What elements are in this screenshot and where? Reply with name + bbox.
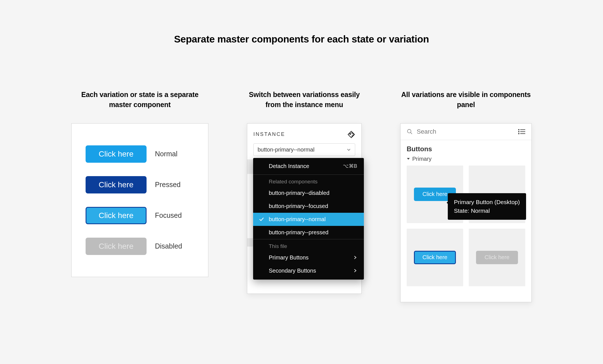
states-panel: Click here Normal Click here Pressed Cli…: [71, 123, 208, 277]
menu-item-label: button-primary--normal: [269, 216, 326, 223]
button-disabled: Click here: [86, 238, 147, 255]
menu-item-folder[interactable]: Primary Buttons: [253, 251, 364, 264]
state-label: Focused: [155, 211, 182, 219]
components-grid: Click here Click here Click here: [401, 166, 531, 286]
page-title: Separate master components for each stat…: [0, 34, 603, 45]
state-row-disabled: Click here Disabled: [86, 238, 194, 255]
list-view-icon[interactable]: [518, 129, 525, 134]
menu-item-component[interactable]: button-primary--disabled: [253, 186, 364, 200]
menu-item-label: button-primary--pressed: [269, 229, 328, 236]
column-subtitle: All variations are visible in components…: [400, 89, 532, 110]
tooltip-line: Primary Button (Desktop): [454, 198, 520, 207]
svg-point-0: [408, 129, 411, 133]
chevron-right-icon: [353, 256, 357, 259]
menu-item-label: Secondary Buttons: [269, 268, 316, 274]
state-row-pressed: Click here Pressed: [86, 176, 194, 193]
component-cell[interactable]: Click here: [469, 229, 525, 286]
menu-item-label: Primary Buttons: [269, 254, 308, 261]
chevron-down-icon: [347, 147, 351, 152]
components-section-title: Buttons: [401, 140, 531, 155]
tree-item-primary[interactable]: Primary: [401, 155, 531, 166]
tree-item-label: Primary: [412, 156, 432, 162]
instance-select-value: button-primary--normal: [258, 146, 314, 153]
state-row-focused: Click here Focused: [86, 207, 194, 224]
menu-item-component[interactable]: button-primary--focused: [253, 200, 364, 213]
svg-point-5: [519, 133, 519, 134]
button-normal[interactable]: Click here: [86, 145, 147, 163]
menu-item-detach[interactable]: Detach Instance ⌥⌘B: [253, 158, 364, 174]
column-components-panel: All variations are visible in components…: [400, 89, 532, 302]
chevron-right-icon: [353, 269, 357, 273]
button-focused[interactable]: Click here: [86, 207, 147, 224]
preview-button-disabled: Click here: [476, 251, 518, 264]
menu-item-label: button-primary--disabled: [269, 190, 329, 196]
menu-item-folder[interactable]: Secondary Buttons: [253, 264, 364, 280]
instance-panel-title: INSTANCE: [253, 131, 285, 137]
instance-select[interactable]: button-primary--normal: [253, 143, 355, 156]
component-cell[interactable]: Click here: [407, 229, 463, 286]
menu-item-label: Detach Instance: [269, 163, 309, 169]
state-label: Normal: [155, 150, 178, 158]
state-label: Disabled: [155, 242, 182, 250]
search-input[interactable]: [417, 128, 514, 135]
restore-icon[interactable]: [347, 131, 355, 138]
menu-item-component-selected[interactable]: button-primary--normal: [253, 213, 364, 226]
svg-point-1: [519, 129, 519, 130]
search-icon: [407, 129, 413, 135]
menu-section-label: Related components: [253, 175, 364, 186]
check-icon: [259, 216, 264, 222]
state-row-normal: Click here Normal: [86, 145, 194, 163]
menu-section-label: This file: [253, 239, 364, 251]
search-row: [401, 124, 531, 140]
column-subtitle: Each variation or state is a separate ma…: [71, 89, 208, 110]
column-states: Each variation or state is a separate ma…: [71, 89, 208, 302]
menu-item-shortcut: ⌥⌘B: [343, 163, 357, 169]
state-label: Pressed: [155, 181, 181, 189]
column-subtitle: Switch between variationss easily from t…: [247, 89, 362, 110]
instance-dropdown: Detach Instance ⌥⌘B Related components b…: [253, 158, 364, 280]
preview-button-focused: Click here: [414, 251, 456, 264]
menu-item-component[interactable]: button-primary--pressed: [253, 226, 364, 239]
caret-down-icon: [407, 157, 410, 160]
svg-point-3: [519, 131, 519, 132]
tooltip-line: State: Normal: [454, 206, 520, 215]
menu-item-label: button-primary--focused: [269, 203, 328, 209]
tooltip: Primary Button (Desktop) State: Normal: [448, 193, 526, 220]
column-instance-menu: Switch between variationss easily from t…: [247, 89, 362, 302]
button-pressed[interactable]: Click here: [86, 176, 147, 193]
